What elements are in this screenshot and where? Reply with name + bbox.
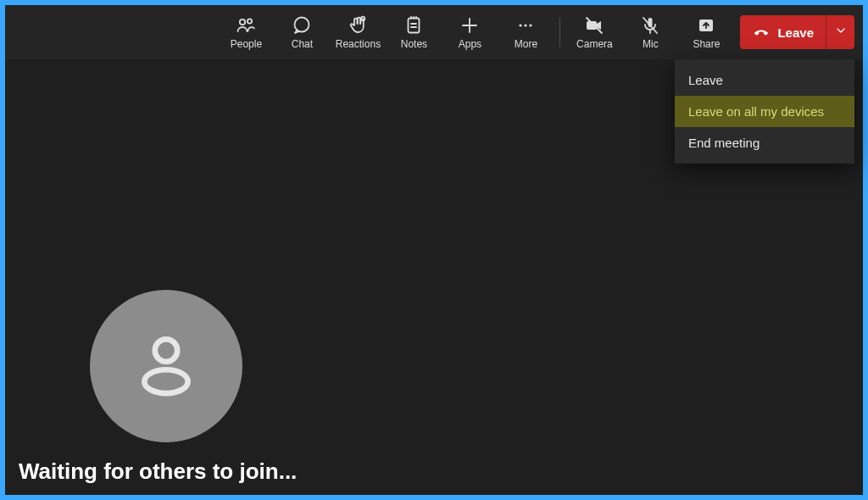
- leave-dropdown-toggle[interactable]: [826, 15, 854, 49]
- apps-label: Apps: [459, 38, 481, 50]
- menu-item-leave-all-devices[interactable]: Leave on all my devices: [675, 96, 854, 127]
- svg-point-11: [155, 339, 177, 361]
- svg-point-1: [248, 19, 252, 23]
- notes-label: Notes: [401, 38, 427, 50]
- more-icon: [515, 15, 536, 36]
- share-button[interactable]: Share: [679, 8, 733, 56]
- notes-icon: [403, 15, 424, 36]
- apps-button[interactable]: Apps: [442, 8, 497, 56]
- menu-item-end-meeting[interactable]: End meeting: [675, 127, 854, 158]
- camera-off-icon: [584, 15, 604, 36]
- chat-label: Chat: [292, 38, 313, 50]
- people-icon: [236, 15, 256, 36]
- chat-button[interactable]: Chat: [275, 8, 329, 56]
- mic-label: Mic: [643, 38, 659, 50]
- svg-point-5: [520, 24, 522, 26]
- reactions-icon: [348, 15, 368, 36]
- waiting-status-text: Waiting for others to join...: [19, 458, 297, 485]
- share-label: Share: [693, 38, 720, 50]
- mic-button[interactable]: Mic: [623, 8, 677, 56]
- people-label: People: [231, 38, 262, 50]
- menu-item-leave[interactable]: Leave: [675, 64, 854, 96]
- leave-button-label: Leave: [777, 25, 814, 40]
- more-label: More: [515, 38, 537, 50]
- leave-button-group: Leave: [740, 15, 854, 49]
- svg-rect-4: [409, 18, 420, 32]
- people-button[interactable]: People: [219, 8, 273, 56]
- chevron-down-icon: [834, 24, 848, 41]
- hangup-icon: [752, 23, 771, 42]
- camera-label: Camera: [576, 38, 613, 50]
- mic-off-icon: [640, 15, 660, 36]
- camera-button[interactable]: Camera: [567, 8, 621, 56]
- svg-point-2: [295, 17, 309, 31]
- person-icon: [129, 327, 203, 405]
- notes-button[interactable]: Notes: [387, 8, 441, 56]
- plus-icon: [459, 15, 480, 36]
- top-toolbar: People Chat Reactions Notes Apps: [5, 5, 863, 59]
- meeting-window: People Chat Reactions Notes Apps: [5, 5, 863, 495]
- svg-point-0: [240, 19, 245, 24]
- participant-avatar-placeholder: [90, 290, 242, 442]
- toolbar-divider: [559, 17, 560, 47]
- chat-icon: [292, 15, 312, 36]
- leave-dropdown-menu: Leave Leave on all my devices End meetin…: [675, 59, 854, 164]
- share-icon: [696, 15, 716, 36]
- more-button[interactable]: More: [498, 8, 553, 56]
- leave-button[interactable]: Leave: [740, 15, 826, 49]
- svg-point-7: [530, 24, 532, 26]
- svg-point-6: [525, 24, 527, 26]
- reactions-label: Reactions: [336, 38, 381, 50]
- reactions-button[interactable]: Reactions: [331, 8, 385, 56]
